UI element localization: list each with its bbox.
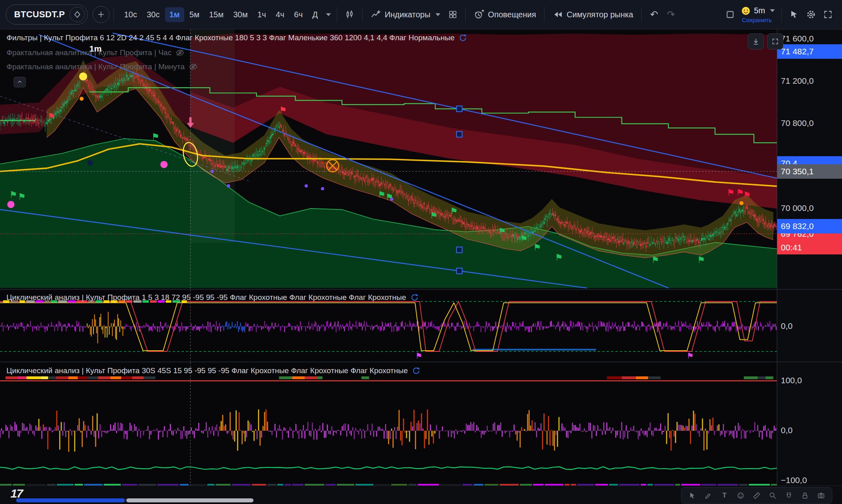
layout-square-button[interactable]	[722, 6, 739, 23]
indicator-templates-button[interactable]	[444, 6, 461, 23]
price-axis[interactable]: 71 600,071 200,070 800,070 000,070 470 3…	[777, 29, 842, 289]
svg-text:⚑: ⚑	[430, 211, 438, 221]
oscillator2-canvas[interactable]	[0, 362, 777, 485]
brush-tool-icon[interactable]	[702, 489, 715, 502]
refresh-icon[interactable]	[458, 33, 467, 42]
chart-corner-buttons	[748, 33, 783, 50]
save-button[interactable]: Сохранить	[742, 17, 772, 23]
timeframe-30с[interactable]: 30с	[142, 7, 164, 22]
svg-text:⚑: ⚑	[151, 132, 159, 142]
last-price-box: 71 482,7	[777, 44, 842, 59]
svg-text:⚑: ⚑	[520, 234, 528, 244]
price-label: 70 000,0	[781, 203, 814, 213]
text-tool-icon[interactable]: T	[718, 489, 731, 502]
eye-slash-icon[interactable]	[189, 62, 198, 71]
legend-fractal-minute-text: Фрактальная аналитика | Культ Профита | …	[6, 62, 185, 71]
svg-text:⚑: ⚑	[47, 112, 56, 122]
divider	[337, 7, 337, 22]
ruler-tool-icon[interactable]	[750, 489, 764, 502]
lock-tool-icon[interactable]	[798, 489, 812, 502]
scrollbar-thumb-gray[interactable]	[126, 498, 254, 502]
svg-text:⚑: ⚑	[498, 226, 506, 236]
timeframe-expand-button[interactable]	[322, 6, 333, 23]
square-layout-icon	[725, 10, 735, 19]
svg-text:⚑: ⚑	[687, 351, 694, 361]
symbol-button[interactable]: BTCUSDT.P	[6, 4, 88, 25]
oscillator2-axis[interactable]: 100,00,0−100,0	[777, 362, 842, 485]
legend-cyclic-2-text: Циклический анализ | Культ Профита 30S 4…	[6, 366, 408, 375]
alert-clock-icon	[474, 9, 484, 20]
price-label: 0,0	[781, 321, 792, 331]
timeframe-1м[interactable]: 1м	[165, 7, 184, 22]
svg-text:⚑: ⚑	[697, 255, 705, 265]
refresh-icon[interactable]	[412, 366, 421, 375]
scroll-to-recent-button[interactable]	[748, 33, 764, 50]
last-price-box: 69 832,0	[777, 219, 842, 233]
publish-button[interactable]	[786, 6, 803, 23]
toolbar-right: 5m Сохранить	[722, 6, 836, 23]
indicators-button[interactable]: Индикаторы	[367, 6, 445, 23]
chevron-up-icon	[17, 79, 23, 85]
horizontal-scrollbar[interactable]	[16, 498, 254, 502]
eye-slash-icon[interactable]	[175, 48, 184, 57]
magnet-tool-icon[interactable]	[782, 489, 796, 502]
zoom-tool-icon[interactable]	[766, 489, 780, 502]
fullscreen-icon	[823, 10, 833, 19]
layout-save-block[interactable]: 5m Сохранить	[741, 6, 775, 23]
svg-text:⚑: ⚑	[386, 192, 394, 202]
oscillator1-axis[interactable]: 0,0	[777, 290, 842, 361]
pane-divider[interactable]	[0, 289, 842, 290]
legend-filters[interactable]: Фильтры | Культ Профита 6 12 2D 24 2 45 …	[6, 33, 467, 42]
timeframe-6ч[interactable]: 6ч	[290, 7, 307, 22]
candles-icon	[345, 10, 355, 19]
svg-text:⚑: ⚑	[9, 190, 17, 200]
legend-fractal-minute[interactable]: Фрактальная аналитика | Культ Профита | …	[6, 62, 198, 71]
svg-text:⚑: ⚑	[415, 351, 423, 361]
undo-button[interactable]: ↶	[646, 6, 662, 23]
redo-icon: ↷	[667, 9, 675, 20]
divider	[641, 7, 642, 22]
timeframe-5м[interactable]: 5м	[185, 7, 204, 22]
fullscreen-button[interactable]	[819, 6, 836, 23]
legend-cyclic-2[interactable]: Циклический анализ | Культ Профита 30S 4…	[6, 366, 421, 375]
pane-divider[interactable]	[0, 361, 842, 362]
oscillator-pane-2: Циклический анализ | Культ Профита 30S 4…	[0, 362, 842, 485]
timeframe-1ч[interactable]: 1ч	[253, 7, 270, 22]
layout-name: 5m	[754, 6, 765, 15]
crosshair-price-box: 70 350,1	[777, 164, 842, 179]
indicators-label: Индикаторы	[385, 10, 431, 19]
camera-tool-icon[interactable]	[814, 489, 828, 502]
symbol-diamond-icon[interactable]	[70, 7, 85, 22]
alerts-label: Оповещения	[488, 10, 536, 19]
redo-button[interactable]: ↷	[662, 6, 679, 23]
legend-cyclic-1-text: Циклический анализ | Культ Профита 1 5 3…	[6, 293, 406, 302]
timeframe-30м[interactable]: 30м	[229, 7, 252, 22]
emoji-tool-icon[interactable]	[734, 489, 747, 502]
trading-app: BTCUSDT.P 10с30с1м5м15м30м1ч4ч6чД	[0, 0, 842, 504]
svg-text:⚑: ⚑	[726, 188, 735, 198]
scrollbar-thumb-blue[interactable]	[16, 498, 125, 502]
legend-cyclic-1[interactable]: Циклический анализ | Культ Профита 1 5 3…	[6, 293, 419, 302]
timeframe-15м[interactable]: 15м	[204, 7, 228, 22]
alerts-button[interactable]: Оповещения	[470, 6, 540, 23]
timeframe-4ч[interactable]: 4ч	[271, 7, 289, 22]
chart-type-button[interactable]	[341, 6, 358, 23]
timeframe-Д[interactable]: Д	[308, 7, 322, 22]
timeframe-10с[interactable]: 10с	[120, 7, 141, 22]
chevron-down-icon	[435, 13, 440, 16]
collapse-legend-button[interactable]	[14, 77, 26, 87]
price-label: −100,0	[781, 475, 807, 485]
svg-text:⚑: ⚑	[651, 255, 659, 265]
top-toolbar: BTCUSDT.P 10с30с1м5м15м30м1ч4ч6чД	[0, 0, 842, 29]
compare-add-button[interactable]	[93, 6, 109, 23]
maximize-pane-button[interactable]	[767, 33, 783, 50]
undo-icon: ↶	[650, 9, 658, 20]
cursor-tool-icon[interactable]	[685, 489, 699, 502]
pointer-icon	[789, 10, 799, 19]
chevron-down-icon	[326, 13, 331, 16]
chevron-down-icon	[770, 9, 775, 12]
replay-button[interactable]: Симулятор рынка	[549, 6, 637, 23]
settings-button[interactable]	[803, 6, 819, 23]
bottom-bar: 17 T	[0, 485, 842, 504]
refresh-icon[interactable]	[410, 293, 419, 302]
